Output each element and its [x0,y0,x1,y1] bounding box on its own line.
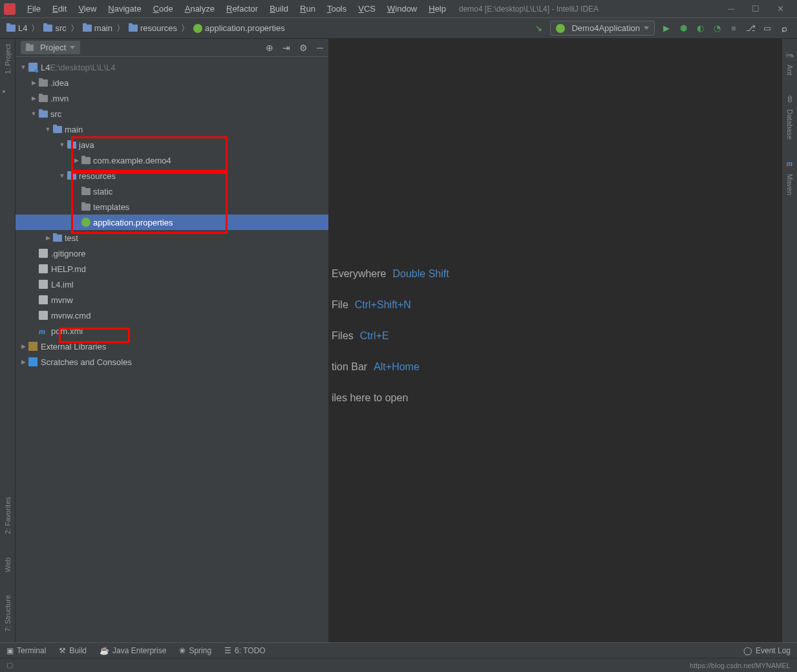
gutter-structure[interactable]: 7: Structure [4,595,12,632]
editor-area: EverywhereDouble ShiftFileCtrl+Shift+NFi… [329,39,781,642]
menu-build[interactable]: Build [264,1,293,16]
gutter-database[interactable]: Database [786,109,794,140]
run-config-dropdown[interactable]: Demo4Application [550,21,655,36]
run-coverage-button[interactable]: ◐ [695,23,705,34]
tree-item-templates[interactable]: templates [16,199,328,215]
tree-item-Scratches-and-Consoles[interactable]: Scratches and Consoles [16,354,328,370]
arrow-icon[interactable] [72,156,80,164]
tree-item-External-Libraries[interactable]: External Libraries [16,339,328,354]
vcs-icon[interactable]: ⎇ [745,23,756,34]
project-tree[interactable]: L4 E:\desktop\L\L\L4.idea.mvnsrcmainjava… [16,57,328,642]
tree-item--gitignore[interactable]: .gitignore [16,246,328,261]
menu-vcs[interactable]: VCS [353,1,381,16]
folder-icon [53,235,62,242]
gear-icon[interactable]: ⚙ [299,43,308,53]
menu-tools[interactable]: Tools [322,1,352,16]
arrow-icon[interactable] [58,172,66,180]
folder-icon [67,173,76,180]
arrow-icon[interactable] [30,94,37,102]
arrow-icon[interactable] [58,141,66,149]
welcome-hint: tion BarAlt+Home [332,356,449,378]
statusbar-Build[interactable]: ⚒Build [59,646,87,655]
stop-button[interactable]: ■ [728,23,739,34]
tree-item-com-example-demo4[interactable]: com.example.demo4 [16,152,328,168]
arrow-icon[interactable] [72,187,80,195]
menu-code[interactable]: Code [148,1,178,16]
crumb-main[interactable]: main [80,22,115,34]
tree-item-mvnw[interactable]: mvnw [16,292,328,308]
arrow-icon[interactable] [30,265,37,273]
tree-item-resources[interactable]: resources [16,168,328,184]
statusbar-Spring[interactable]: ❀Spring [179,646,211,655]
gutter-web[interactable]: Web [4,558,12,572]
crumb-resources[interactable]: resources [126,22,180,34]
maximize-button[interactable]: ☐ [748,1,763,17]
gutter-ant[interactable]: Ant [786,65,794,76]
tree-item-pom-xml[interactable]: mpom.xml [16,323,328,339]
arrow-icon[interactable] [44,125,52,133]
statusbar-Java-Enterprise[interactable]: ☕Java Enterprise [100,646,166,655]
tree-item-L4-iml[interactable]: L4.iml [16,277,328,292]
arrow-icon[interactable] [30,296,37,304]
debug-button[interactable]: ⬢ [678,23,688,34]
tree-item-java[interactable]: java [16,137,328,152]
tree-item--mvn[interactable]: .mvn [16,90,328,106]
arrow-icon[interactable] [19,342,27,350]
arrow-icon[interactable] [44,234,52,242]
statusbar-6-TODO[interactable]: ☰6: TODO [224,646,266,655]
panel-title-label: Project [40,43,66,52]
menu-run[interactable]: Run [295,1,321,16]
ide-layout-icon[interactable]: ▭ [762,23,772,34]
statusbar-Terminal[interactable]: ▣Terminal [6,646,46,655]
run-button[interactable]: ▶ [661,23,672,34]
close-button[interactable]: ✕ [772,1,788,17]
locate-icon[interactable]: ⊕ [266,43,273,53]
tree-item--idea[interactable]: .idea [16,75,328,90]
gutter-favorites[interactable]: 2: Favorites [4,497,12,534]
tree-item-static[interactable]: static [16,184,328,199]
tree-item-mvnw-cmd[interactable]: mvnw.cmd [16,308,328,323]
spring-icon [193,24,202,33]
tree-item-src[interactable]: src [16,106,328,121]
arrow-icon[interactable] [19,63,27,71]
tree-item-L4[interactable]: L4 E:\desktop\L\L\L4 [16,59,328,75]
minimize-button[interactable]: ─ [723,1,739,17]
arrow-icon[interactable] [30,110,37,118]
crumb-L4[interactable]: L4 [4,22,30,34]
menu-navigate[interactable]: Navigate [103,1,146,16]
tree-item-HELP-md[interactable]: HELP.md [16,261,328,277]
gutter-project[interactable]: 1: Project [4,44,12,74]
arrow-icon[interactable] [30,249,37,257]
menu-refactor[interactable]: Refactor [221,1,263,16]
collapse-icon[interactable]: ⇥ [282,43,290,53]
arrow-icon[interactable] [30,327,37,335]
right-gutter: 🐜 Ant 🛢 Database m Maven [781,39,797,642]
menu-window[interactable]: Window [382,1,422,16]
folder-icon [39,79,48,87]
menu-edit[interactable]: Edit [47,1,72,16]
hide-icon[interactable]: ─ [317,43,323,53]
panel-title[interactable]: Project [21,41,80,54]
welcome-hint: FileCtrl+Shift+N [332,294,449,316]
tree-item-test[interactable]: test [16,230,328,246]
arrow-icon[interactable] [30,311,37,319]
menu-help[interactable]: Help [423,1,451,16]
arrow-icon[interactable] [72,218,80,226]
arrow-icon[interactable] [30,79,37,87]
menu-view[interactable]: View [73,1,101,16]
profile-button[interactable]: ◔ [712,23,722,34]
crumb-application-properties[interactable]: application.properties [191,22,288,34]
menu-file[interactable]: File [22,1,46,16]
gutter-maven[interactable]: Maven [786,174,794,195]
event-log[interactable]: ◯ Event Log [743,646,791,655]
arrow-icon[interactable] [30,280,37,288]
title-bar: FileEditViewNavigateCodeAnalyzeRefactorB… [0,0,797,18]
search-icon[interactable]: ⌕ [779,23,789,34]
arrow-icon[interactable] [19,358,27,366]
crumb-src[interactable]: src [41,22,69,34]
menu-analyze[interactable]: Analyze [180,1,220,16]
arrow-icon[interactable] [72,203,80,211]
build-icon[interactable]: ↘ [533,23,544,34]
tree-item-application-properties[interactable]: application.properties [16,215,328,230]
tree-item-main[interactable]: main [16,121,328,137]
